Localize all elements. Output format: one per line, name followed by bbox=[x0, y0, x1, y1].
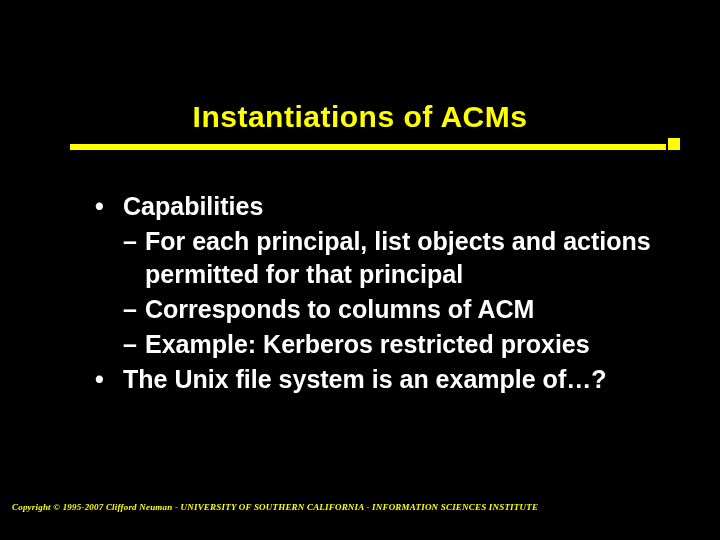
bullet-level2: – Example: Kerberos restricted proxies bbox=[123, 328, 655, 361]
bullet-level2: – For each principal, list objects and a… bbox=[123, 225, 655, 291]
bullet-text: The Unix file system is an example of…? bbox=[123, 363, 655, 396]
bullet-dash-icon: – bbox=[123, 225, 145, 291]
title-underline-cap bbox=[668, 138, 680, 150]
slide-content: • Capabilities – For each principal, lis… bbox=[95, 190, 655, 398]
slide-title-wrap: Instantiations of ACMs bbox=[0, 100, 720, 134]
bullet-text: Corresponds to columns of ACM bbox=[145, 293, 655, 326]
bullet-text: Capabilities bbox=[123, 190, 655, 223]
bullet-text: For each principal, list objects and act… bbox=[145, 225, 655, 291]
title-underline bbox=[70, 144, 666, 150]
bullet-dot-icon: • bbox=[95, 190, 123, 223]
bullet-level2: – Corresponds to columns of ACM bbox=[123, 293, 655, 326]
bullet-level1: • The Unix file system is an example of…… bbox=[95, 363, 655, 396]
slide-title: Instantiations of ACMs bbox=[193, 100, 528, 133]
bullet-level1: • Capabilities bbox=[95, 190, 655, 223]
bullet-text: Example: Kerberos restricted proxies bbox=[145, 328, 655, 361]
bullet-dash-icon: – bbox=[123, 328, 145, 361]
slide-footer: Copyright © 1995-2007 Clifford Neuman - … bbox=[12, 502, 538, 512]
bullet-dash-icon: – bbox=[123, 293, 145, 326]
bullet-dot-icon: • bbox=[95, 363, 123, 396]
